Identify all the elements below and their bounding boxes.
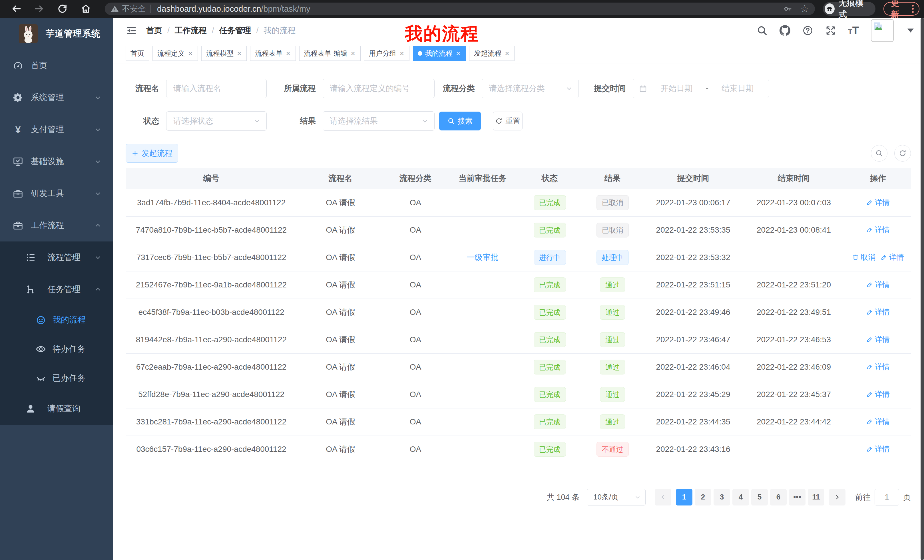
eye-icon [35,344,46,355]
pagination-page-1[interactable]: 1 [676,489,692,506]
sidebar-item-todo-tasks[interactable]: 待办任务 [0,334,113,364]
browser-back-icon[interactable] [11,3,21,15]
font-size-icon[interactable]: TT [848,25,859,36]
detail-action-link[interactable]: 详情 [866,334,890,344]
show-search-toggle-button[interactable] [871,145,888,162]
cell-end-time: 2022-01-22 23:46:53 [742,326,845,353]
browser-menu-icon[interactable] [911,4,915,14]
tab-close-icon[interactable]: × [285,49,291,57]
pagination-page-2[interactable]: 2 [695,489,711,506]
detail-action-link[interactable]: 详情 [866,389,890,399]
table-row: 2152467e-7b9b-11ec-9a1b-acde48001122OA 请… [126,271,911,298]
bookmark-star-icon[interactable]: ☆ [800,4,809,14]
tab-close-icon[interactable]: × [188,49,193,57]
result-select[interactable]: 请选择流结果 [322,111,435,131]
tab-流程表单[interactable]: 流程表单× [250,46,296,61]
detail-action-link[interactable]: 详情 [866,280,890,290]
tab-首页[interactable]: 首页 [126,46,149,61]
sidebar-item-system-management[interactable]: 系统管理 [0,82,113,114]
detail-action-link[interactable]: 详情 [866,444,890,454]
app-logo[interactable]: 芋道管理系统 [0,18,113,49]
cell-id: 67c2eaab-7b9a-11ec-a290-acde48001122 [126,353,297,381]
create-process-button[interactable]: 发起流程 [126,144,178,163]
breadcrumb-item[interactable]: 工作流程 [175,25,207,36]
process-name-input[interactable] [166,79,267,98]
url-text: dashboard.yudao.iocoder.cn/bpm/task/my [157,4,310,14]
security-label[interactable]: 不安全 [122,3,146,14]
search-button[interactable]: 搜索 [439,112,481,130]
filter-row-1: 流程名 所属流程 流程分类 请选择流程分类 提交时间 开始日期 - 结束日期 [126,79,911,98]
cancel-action-link[interactable]: 取消 [852,252,876,262]
avatar[interactable] [871,19,894,42]
column-header: 流程分类 [384,168,447,189]
help-icon[interactable] [802,25,813,36]
browser-reload-icon[interactable] [57,3,68,15]
browser-home-icon[interactable] [81,3,91,15]
page-size-select[interactable]: 10条/页 [587,489,646,506]
detail-action-link[interactable]: 详情 [866,307,890,317]
detail-action-link[interactable]: 详情 [866,417,890,427]
sidebar-item-process-management[interactable]: 流程管理 [0,241,113,273]
tab-流程模型[interactable]: 流程模型× [201,46,247,61]
tab-close-icon[interactable]: × [236,49,242,57]
tab-close-icon[interactable]: × [504,49,510,57]
pagination-page-3[interactable]: 3 [714,489,730,506]
sidebar-item-home[interactable]: 首页 [0,49,113,82]
category-select[interactable]: 请选择流程分类 [482,79,579,98]
column-header: 结束时间 [742,168,845,189]
pagination-goto-input[interactable] [874,489,899,506]
security-warning-icon[interactable] [111,4,119,13]
tab-close-icon[interactable]: × [399,49,405,57]
avatar-dropdown-caret-icon[interactable] [908,28,914,33]
pagination-prev-button[interactable] [655,489,671,506]
sidebar-item-workflow[interactable]: 工作流程 [0,210,113,241]
pagination-page-11[interactable]: 11 [808,489,824,506]
cell-end-time: 2022-01-22 23:45:37 [742,381,845,408]
status-select[interactable]: 请选择状态 [166,111,267,131]
detail-action-link[interactable]: 详情 [866,198,890,208]
address-bar[interactable]: 不安全 dashboard.yudao.iocoder.cn/bpm/task/… [105,3,815,15]
tab-close-icon[interactable]: × [350,49,356,57]
tab-流程定义[interactable]: 流程定义× [153,46,198,61]
header-search-icon[interactable] [757,25,768,36]
sidebar-item-my-process[interactable]: 我的流程 [0,305,113,334]
detail-action-link[interactable]: 详情 [866,362,890,372]
fullscreen-icon[interactable] [825,25,836,36]
tab-close-icon[interactable]: × [455,49,461,57]
pagination-page-5[interactable]: 5 [751,489,768,506]
sidebar-item-label: 支付管理 [31,124,64,135]
window-scrollbar[interactable] [921,18,924,560]
reset-button[interactable]: 重置 [493,112,522,130]
sidebar-item-infrastructure[interactable]: 基础设施 [0,145,113,178]
refresh-table-button[interactable] [894,145,911,162]
github-icon[interactable] [780,25,790,36]
pagination-ellipsis[interactable]: ••• [789,489,806,506]
tab-流程表单-编辑[interactable]: 流程表单-编辑× [299,46,361,61]
pagination-next-button[interactable] [829,489,846,506]
tab-发起流程[interactable]: 发起流程× [469,46,514,61]
tab-我的流程[interactable]: 我的流程× [413,46,466,61]
tab-label: 首页 [130,49,144,58]
pagination-page-4[interactable]: 4 [732,489,749,506]
tab-用户分组[interactable]: 用户分组× [364,46,410,61]
password-key-icon[interactable] [783,4,793,14]
sidebar-collapse-icon[interactable] [126,25,137,36]
current-task-link[interactable]: 一级审批 [466,253,498,262]
cell-submit-time: 2022-01-22 23:49:46 [644,298,742,326]
browser-forward-icon[interactable] [34,3,45,15]
pagination-page-6[interactable]: 6 [770,489,787,506]
sidebar-item-dev-tools[interactable]: 研发工具 [0,178,113,210]
sidebar-item-done-tasks[interactable]: 已办任务 [0,364,113,393]
table-row: 331bc281-7b9a-11ec-a290-acde48001122OA 请… [126,408,911,436]
detail-action-link[interactable]: 详情 [866,225,890,235]
breadcrumb-item[interactable]: 任务管理 [219,25,251,36]
sidebar-item-task-management[interactable]: 任务管理 [0,273,113,305]
breadcrumb-item[interactable]: 首页 [146,25,162,36]
submit-time-range-picker[interactable]: 开始日期 - 结束日期 [633,79,769,98]
browser-update-button[interactable]: 更新 [884,2,920,16]
sidebar-item-payment-management[interactable]: ¥支付管理 [0,114,113,145]
table-row: 03c6c157-7b9a-11ec-a290-acde48001122OA 请… [126,436,911,463]
sidebar-item-leave-query[interactable]: 请假查询 [0,393,113,425]
detail-action-link[interactable]: 详情 [880,252,904,262]
process-definition-input[interactable] [322,79,435,98]
